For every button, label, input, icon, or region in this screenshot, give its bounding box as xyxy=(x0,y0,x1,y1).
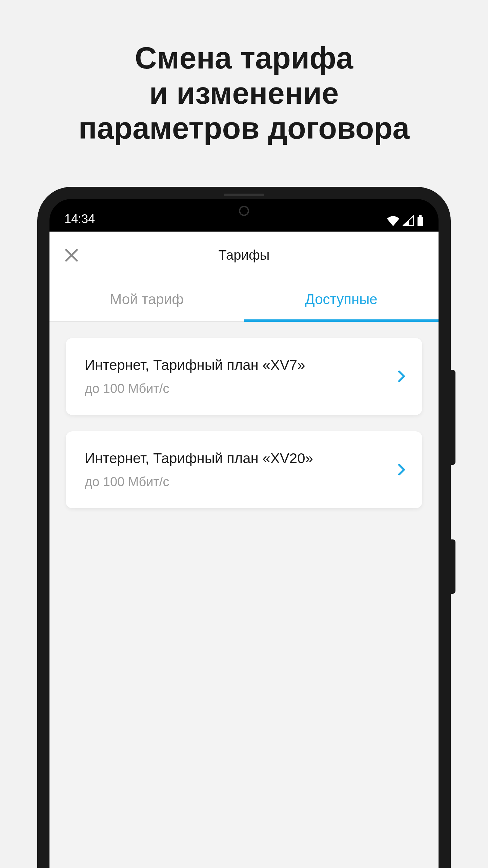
wifi-icon xyxy=(386,215,400,226)
svg-rect-0 xyxy=(419,215,422,217)
promo-title: Смена тарифаи изменениепараметров догово… xyxy=(0,0,488,146)
phone-screen: 14:34 Тар xyxy=(49,199,439,868)
battery-icon xyxy=(417,215,424,226)
chevron-right-icon xyxy=(398,463,406,476)
tariff-card-text: Интернет, Тарифный план «XV7» до 100 Мби… xyxy=(85,357,390,396)
front-camera xyxy=(239,206,249,216)
speaker-slot xyxy=(224,194,264,196)
side-button-volume xyxy=(451,370,455,465)
tariff-card[interactable]: Интернет, Тарифный план «XV20» до 100 Мб… xyxy=(66,431,422,508)
tariff-card[interactable]: Интернет, Тарифный план «XV7» до 100 Мби… xyxy=(66,338,422,415)
chevron-right-icon xyxy=(398,370,406,382)
svg-rect-1 xyxy=(418,217,423,226)
status-time: 14:34 xyxy=(64,212,95,226)
tabs: Мой тариф Доступные xyxy=(49,279,439,322)
side-button-power xyxy=(451,539,455,594)
close-icon[interactable] xyxy=(63,247,80,264)
tariff-card-title: Интернет, Тарифный план «XV7» xyxy=(85,357,390,373)
page-title: Тарифы xyxy=(218,248,269,263)
tab-available[interactable]: Доступные xyxy=(244,279,439,321)
app-header: Тарифы xyxy=(49,232,439,279)
status-icons xyxy=(386,215,424,226)
tariff-card-subtitle: до 100 Мбит/с xyxy=(85,381,390,396)
content-area: Интернет, Тарифный план «XV7» до 100 Мби… xyxy=(49,322,439,868)
phone-frame: 14:34 Тар xyxy=(37,187,451,868)
signal-icon xyxy=(403,215,414,226)
app-body: Тарифы Мой тариф Доступные Интернет, Тар… xyxy=(49,232,439,868)
tariff-card-title: Интернет, Тарифный план «XV20» xyxy=(85,450,390,467)
tab-my-tariff[interactable]: Мой тариф xyxy=(49,279,244,321)
tariff-card-subtitle: до 100 Мбит/с xyxy=(85,475,390,489)
tariff-card-text: Интернет, Тарифный план «XV20» до 100 Мб… xyxy=(85,450,390,489)
